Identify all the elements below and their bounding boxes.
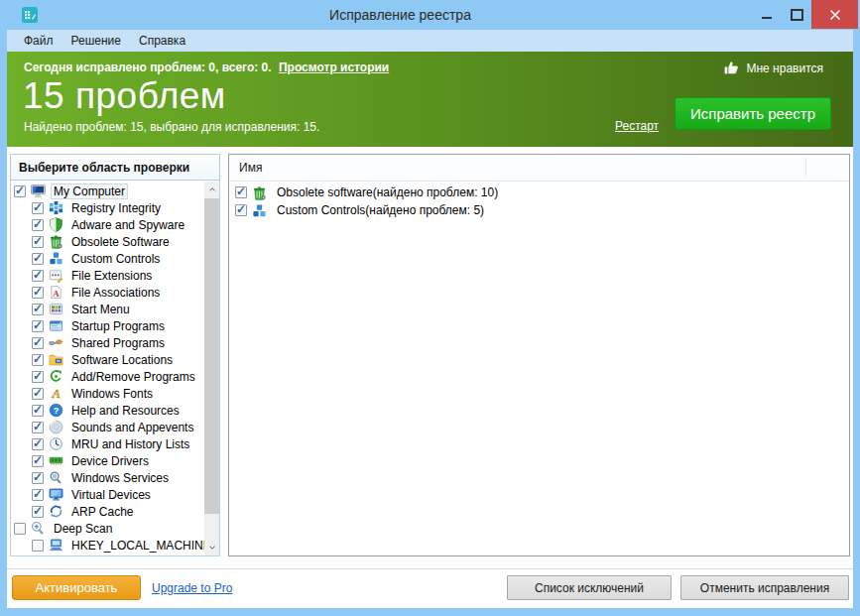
tree-item-hkey-local-machine[interactable]: HKEY_LOCAL_MACHINE: [11, 537, 219, 554]
menu-item-solution[interactable]: Решение: [62, 32, 130, 50]
fonts-icon: A: [47, 386, 65, 402]
checkbox[interactable]: [32, 219, 44, 231]
scroll-up-button[interactable]: [204, 182, 219, 197]
cd-icon: [47, 420, 65, 435]
tree-item-label: Windows Fonts: [69, 387, 155, 401]
maximize-button[interactable]: [782, 0, 811, 29]
tree-item-obsolete-software[interactable]: Obsolete Software: [11, 233, 219, 250]
computer2-icon: [47, 538, 65, 554]
scrollbar-thumb[interactable]: [204, 198, 219, 514]
tree-item-sounds-and-appevents[interactable]: Sounds and Appevents: [11, 419, 219, 435]
close-icon: [829, 9, 841, 21]
blocks-icon: [47, 251, 65, 267]
checkbox[interactable]: [32, 506, 44, 518]
checkbox[interactable]: [32, 270, 44, 282]
tree-item-startup-programs[interactable]: Startup Programs: [11, 317, 219, 334]
tree-item-deep-scan[interactable]: Deep Scan: [11, 520, 219, 537]
activate-button[interactable]: Активировать: [12, 575, 141, 600]
svg-text:A: A: [53, 289, 60, 299]
checkbox[interactable]: [235, 186, 247, 198]
tree-item-windows-services[interactable]: Windows Services: [11, 469, 219, 486]
tree-item-help-and-resources[interactable]: ?Help and Resources: [11, 402, 219, 419]
checkbox[interactable]: [32, 354, 44, 366]
tree-item-software-locations[interactable]: Software Locations: [11, 351, 219, 368]
checkbox[interactable]: [32, 540, 44, 552]
magnifier-plus-icon: [29, 521, 48, 537]
upgrade-to-pro-link[interactable]: Upgrade to Pro: [152, 581, 232, 595]
result-row-obsolete-software-10[interactable]: Obsolete software(найдено проблем: 10): [229, 184, 849, 201]
checkbox[interactable]: [32, 455, 44, 467]
checkbox[interactable]: [14, 185, 26, 197]
tree-item-label: Device Drivers: [69, 454, 151, 468]
exclusions-button[interactable]: Список исключений: [507, 575, 672, 600]
checkbox[interactable]: [14, 523, 26, 535]
scroll-down-button[interactable]: [204, 540, 219, 555]
tree-item-label: Adware and Spyware: [69, 218, 186, 232]
tree-item-virtual-devices[interactable]: Virtual Devices: [11, 486, 219, 503]
clock-icon: [47, 436, 65, 452]
tree-item-adware-and-spyware[interactable]: Adware and Spyware: [11, 216, 219, 233]
tree-scrollbar[interactable]: [204, 182, 219, 555]
checkbox[interactable]: [32, 472, 44, 484]
checkbox[interactable]: [32, 371, 44, 383]
scan-area-title: Выберите область проверки: [10, 154, 220, 181]
tree-item-label: Sounds and Appevents: [69, 421, 195, 434]
tree-item-label: File Extensions: [69, 269, 154, 283]
tree-item-file-associations[interactable]: AFile Associations: [11, 284, 219, 301]
close-button[interactable]: [811, 0, 858, 29]
tree-item-label: Shared Programs: [69, 336, 167, 350]
minimize-button[interactable]: [752, 0, 782, 29]
history-link[interactable]: Просмотр истории: [279, 61, 389, 74]
found-summary: Найдено проблем: 15, выбрано для исправл…: [24, 120, 319, 134]
restart-link[interactable]: Рестарт: [615, 119, 659, 133]
checkbox[interactable]: [32, 304, 44, 315]
svg-text:A: A: [52, 386, 61, 401]
checkbox[interactable]: [235, 204, 247, 216]
tree-item-registry-integrity[interactable]: Registry Integrity: [11, 199, 219, 216]
footer-divider: [7, 568, 853, 569]
scan-tree: My ComputerRegistry IntegrityAdware and …: [10, 181, 220, 556]
checkbox[interactable]: [32, 489, 44, 501]
checkbox[interactable]: [32, 337, 44, 349]
column-divider[interactable]: [805, 158, 806, 178]
menu-item-file[interactable]: Файл: [15, 32, 62, 50]
tree-item-file-extensions[interactable]: File Extensions: [11, 267, 219, 284]
like-label: Мне нравится: [746, 62, 823, 75]
tree-item-add-remove-programs[interactable]: Add/Remove Programs: [11, 368, 219, 385]
title-bar[interactable]: Исправление реестра: [0, 0, 860, 30]
checkbox[interactable]: [32, 438, 44, 450]
checkbox[interactable]: [32, 388, 44, 400]
tree-item-shared-programs[interactable]: Shared Programs: [11, 334, 219, 351]
tree-item-my-computer[interactable]: My Computer: [11, 183, 219, 199]
tree-item-label: ARP Cache: [69, 505, 135, 519]
like-button[interactable]: Мне нравится: [723, 60, 823, 76]
tree-item-label: File Associations: [69, 286, 162, 300]
tree-item-label: Virtual Devices: [69, 488, 153, 502]
checkbox[interactable]: [32, 422, 44, 433]
results-list: Obsolete software(найдено проблем: 10)Cu…: [229, 182, 849, 555]
column-header-name[interactable]: Имя: [229, 161, 262, 175]
checkbox[interactable]: [32, 320, 44, 332]
tree-item-start-menu[interactable]: Start Menu: [11, 301, 219, 317]
results-header: Имя: [229, 155, 849, 182]
tree-item-arp-cache[interactable]: ARP Cache: [11, 503, 219, 520]
menu-item-help[interactable]: Справка: [130, 32, 194, 50]
window-title: Исправление реестра: [60, 0, 741, 30]
help-icon: ?: [47, 403, 65, 419]
checkbox[interactable]: [32, 202, 44, 214]
result-row-custom-controls-5[interactable]: Custom Controls(найдено проблем: 5): [229, 201, 849, 219]
fix-registry-button[interactable]: Исправить реестр: [675, 97, 831, 130]
trash-icon: [250, 185, 269, 200]
checkbox[interactable]: [32, 405, 44, 417]
scan-area-panel: Выберите область проверки My ComputerReg…: [10, 154, 220, 556]
checkbox[interactable]: [32, 287, 44, 299]
checkbox[interactable]: [32, 236, 44, 248]
folder-monitor-icon: [47, 352, 65, 368]
checkbox[interactable]: [32, 253, 44, 265]
shield-icon: [47, 217, 65, 233]
tree-item-custom-controls[interactable]: Custom Controls: [11, 250, 219, 267]
tree-item-windows-fonts[interactable]: AWindows Fonts: [11, 385, 219, 402]
tree-item-device-drivers[interactable]: Device Drivers: [11, 452, 219, 469]
undo-fixes-button[interactable]: Отменить исправления: [680, 575, 849, 600]
tree-item-mru-and-history-lists[interactable]: MRU and History Lists: [11, 435, 219, 452]
